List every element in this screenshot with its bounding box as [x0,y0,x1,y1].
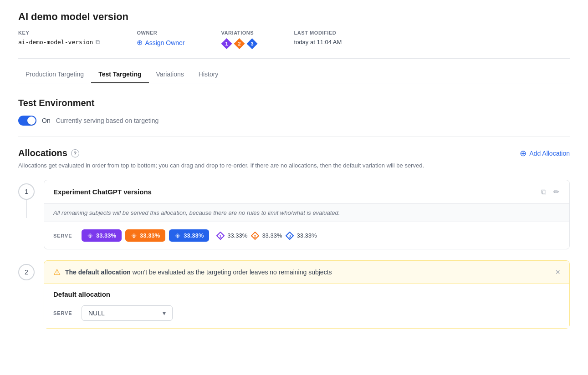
copy-allocation-1-button[interactable]: ⧉ [540,187,547,197]
key-label: KEY [18,30,100,35]
last-modified-value: today at 11:04 AM [294,39,342,46]
step-1-connector: 1 [18,180,35,218]
null-serve-select[interactable]: NULL ▾ [82,305,173,321]
pill-variation-1-filled: 1 33.33% [82,229,122,242]
allocation-card-1-header: Experiment ChatGPT versions ⧉ ✏ [44,180,569,203]
warning-text-rest: won't be evaluated as the targeting orde… [131,269,332,276]
environment-toggle[interactable] [18,116,36,126]
allocation-card-1: Experiment ChatGPT versions ⧉ ✏ All rema… [44,180,570,249]
default-serve-label: SERVE [53,310,76,316]
diamond-outline-icon-2: 2 [251,232,259,240]
svg-text:1: 1 [220,234,222,238]
svg-text:1: 1 [89,234,92,238]
main-content: Test Environment On Currently serving ba… [18,83,570,354]
default-allocation-wrapper: ⚠ The default allocation won't be evalua… [44,260,570,329]
add-allocation-label: Add Allocation [529,150,570,157]
environment-title: Test Environment [18,98,570,108]
allocation-1-serve-row: SERVE 1 33.33% 2 33.33% 3 3 [44,222,569,249]
owner-group: OWNER ⊕ Assign Owner [137,30,184,47]
tab-test-targeting[interactable]: Test Targeting [91,66,148,83]
step-circle-1: 1 [18,183,35,200]
allocations-title-row: Allocations ? [18,148,79,158]
var-outline-1-pct: 33.33% [227,232,247,239]
last-modified-group: LAST MODIFIED today at 11:04 AM [294,30,342,46]
var-outline-2-pct: 33.33% [262,232,282,239]
help-icon[interactable]: ? [71,149,79,157]
warning-header: ⚠ The default allocation won't be evalua… [44,261,569,284]
toggle-label: On [42,117,51,124]
serve-label-1: SERVE [53,233,76,238]
pill-2-pct: 33.33% [140,232,160,239]
key-value-row: ai-demo-model-version ⧉ [18,38,100,46]
copy-key-icon[interactable]: ⧉ [96,38,100,46]
allocation-1-note: All remaining subjects will be served th… [44,203,569,222]
var-outline-1: 1 33.33% [216,232,247,240]
allocation-item-1: 1 Experiment ChatGPT versions ⧉ ✏ All re… [18,180,570,249]
var-outline-3-pct: 33.33% [297,232,317,239]
tabs-nav: Production Targeting Test Targeting Vari… [18,66,570,83]
diamond-outline-icon-1: 1 [216,232,225,240]
warning-text: The default allocation won't be evaluate… [65,269,332,276]
allocations-title-text: Allocations [18,148,67,158]
key-value-text: ai-demo-model-version [18,39,93,46]
var-outline-3: 3 33.33% [286,232,317,240]
default-serve-row: SERVE NULL ▾ [44,298,569,328]
card-1-actions: ⧉ ✏ [540,187,560,197]
allocation-item-2: 2 ⚠ The default allocation won't be eval… [18,260,570,329]
serving-text: Currently serving based on targeting [56,117,159,124]
default-allocation-title: Default allocation [44,284,569,298]
pill-1-pct: 33.33% [96,232,116,239]
variation-badge-1: 1 [221,38,232,49]
toggle-row: On Currently serving based on targeting [18,116,570,126]
warning-banner: ⚠ The default allocation won't be evalua… [44,260,570,329]
pill-variation-3-filled: 3 33.33% [169,229,209,242]
assign-owner-button[interactable]: ⊕ Assign Owner [137,38,184,47]
key-group: KEY ai-demo-model-version ⧉ [18,30,100,46]
step-2-connector: 2 [18,260,35,280]
assign-owner-plus-icon: ⊕ [137,38,143,47]
allocations-description: Allocations get evaluated in order from … [18,162,570,169]
warning-content: ⚠ The default allocation won't be evalua… [53,267,332,277]
variations-group: VARIATIONS 1 2 3 [221,30,258,49]
warning-icon: ⚠ [53,267,61,277]
svg-text:2: 2 [133,234,135,238]
diamond-outline-icon-3: 3 [286,232,294,240]
allocations-header: Allocations ? ⊕ Add Allocation [18,148,570,158]
warning-close-button[interactable]: × [555,268,560,277]
variations-label: VARIATIONS [221,30,258,35]
toggle-knob [27,117,36,125]
page-title: AI demo model version [18,11,570,23]
add-allocation-plus-icon: ⊕ [520,149,527,157]
connector-line-1 [26,200,27,218]
divider [18,137,570,137]
diamond-icon-3-filled: 3 [174,233,181,239]
page-container: AI demo model version KEY ai-demo-model-… [0,0,588,365]
allocation-1-name: Experiment ChatGPT versions [53,188,152,196]
tab-production-targeting[interactable]: Production Targeting [18,66,91,83]
svg-text:2: 2 [254,234,256,238]
tab-history[interactable]: History [191,66,226,83]
assign-owner-label: Assign Owner [145,39,184,46]
edit-allocation-1-button[interactable]: ✏ [552,187,560,197]
default-allocation-card: Default allocation SERVE NULL ▾ [44,284,569,328]
svg-text:3: 3 [177,234,179,238]
null-serve-value: NULL [88,309,105,317]
diamond-icon-1-filled: 1 [87,233,93,239]
owner-label: OWNER [137,30,184,35]
pill-3-pct: 33.33% [184,232,204,239]
diamond-icon-2-filled: 2 [131,233,137,239]
step-circle-2: 2 [18,264,35,280]
variation-badge-3: 3 [247,38,258,49]
variations-badges: 1 2 3 [221,38,258,49]
variation-pills-1: 1 33.33% 2 33.33% 3 33.33% [82,229,317,242]
variation-badge-2: 2 [234,38,245,49]
svg-text:3: 3 [289,234,291,238]
var-outline-2: 2 33.33% [251,232,282,240]
chevron-down-icon: ▾ [163,309,166,317]
add-allocation-button[interactable]: ⊕ Add Allocation [520,149,570,157]
warning-text-bold: The default allocation [65,269,131,276]
meta-row: KEY ai-demo-model-version ⧉ OWNER ⊕ Assi… [18,30,570,59]
last-modified-label: LAST MODIFIED [294,30,342,35]
pill-variation-2-filled: 2 33.33% [125,229,165,242]
tab-variations[interactable]: Variations [149,66,191,83]
